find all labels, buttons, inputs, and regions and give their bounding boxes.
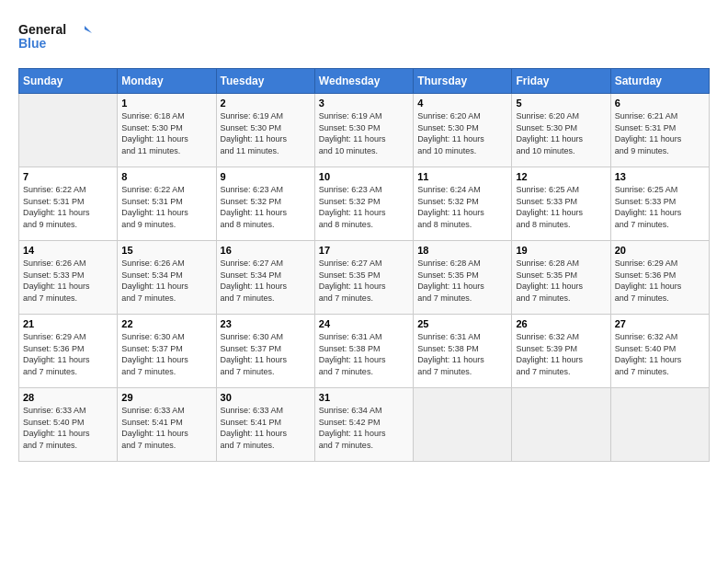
day-cell: 23Sunrise: 6:30 AM Sunset: 5:37 PM Dayli… (216, 315, 314, 388)
day-number: 11 (417, 171, 507, 182)
day-info: Sunrise: 6:33 AM Sunset: 5:41 PM Dayligh… (121, 405, 211, 451)
day-info: Sunrise: 6:26 AM Sunset: 5:33 PM Dayligh… (23, 258, 113, 304)
day-cell: 21Sunrise: 6:29 AM Sunset: 5:36 PM Dayli… (19, 315, 118, 388)
day-info: Sunrise: 6:25 AM Sunset: 5:33 PM Dayligh… (516, 184, 606, 230)
day-cell: 27Sunrise: 6:32 AM Sunset: 5:40 PM Dayli… (610, 315, 709, 388)
day-header-tuesday: Tuesday (216, 69, 314, 94)
day-number: 13 (615, 171, 705, 182)
logo: General Blue (18, 18, 92, 59)
day-info: Sunrise: 6:25 AM Sunset: 5:33 PM Dayligh… (615, 184, 705, 230)
svg-text:General: General (18, 22, 66, 37)
day-number: 24 (319, 318, 409, 329)
day-info: Sunrise: 6:19 AM Sunset: 5:30 PM Dayligh… (319, 110, 409, 156)
day-info: Sunrise: 6:23 AM Sunset: 5:32 PM Dayligh… (319, 184, 409, 230)
day-cell: 25Sunrise: 6:31 AM Sunset: 5:38 PM Dayli… (414, 315, 512, 388)
day-info: Sunrise: 6:22 AM Sunset: 5:31 PM Dayligh… (23, 184, 113, 230)
day-info: Sunrise: 6:20 AM Sunset: 5:30 PM Dayligh… (516, 110, 606, 156)
day-cell (512, 388, 610, 462)
calendar-header-row: SundayMondayTuesdayWednesdayThursdayFrid… (19, 69, 710, 94)
day-info: Sunrise: 6:31 AM Sunset: 5:38 PM Dayligh… (417, 331, 507, 377)
logo-container: General Blue (18, 18, 92, 59)
week-row-3: 14Sunrise: 6:26 AM Sunset: 5:33 PM Dayli… (19, 241, 710, 315)
page-header: General Blue (18, 18, 710, 59)
week-row-5: 28Sunrise: 6:33 AM Sunset: 5:40 PM Dayli… (19, 388, 710, 462)
day-cell: 7Sunrise: 6:22 AM Sunset: 5:31 PM Daylig… (19, 167, 118, 241)
day-number: 17 (319, 245, 409, 256)
day-info: Sunrise: 6:30 AM Sunset: 5:37 PM Dayligh… (221, 331, 311, 377)
day-cell: 14Sunrise: 6:26 AM Sunset: 5:33 PM Dayli… (19, 241, 118, 315)
week-row-2: 7Sunrise: 6:22 AM Sunset: 5:31 PM Daylig… (19, 167, 710, 241)
logo-svg: General Blue (18, 18, 92, 55)
day-header-thursday: Thursday (414, 69, 512, 94)
day-cell: 2Sunrise: 6:19 AM Sunset: 5:30 PM Daylig… (216, 94, 314, 167)
day-cell: 9Sunrise: 6:23 AM Sunset: 5:32 PM Daylig… (216, 167, 314, 241)
calendar-body: 1Sunrise: 6:18 AM Sunset: 5:30 PM Daylig… (19, 94, 710, 462)
day-number: 10 (319, 171, 409, 182)
day-header-monday: Monday (118, 69, 216, 94)
day-number: 20 (615, 245, 705, 256)
day-info: Sunrise: 6:31 AM Sunset: 5:38 PM Dayligh… (319, 331, 409, 377)
day-info: Sunrise: 6:19 AM Sunset: 5:30 PM Dayligh… (221, 110, 311, 156)
calendar-table: SundayMondayTuesdayWednesdayThursdayFrid… (18, 68, 710, 462)
day-cell: 10Sunrise: 6:23 AM Sunset: 5:32 PM Dayli… (314, 167, 413, 241)
day-info: Sunrise: 6:24 AM Sunset: 5:32 PM Dayligh… (417, 184, 507, 230)
day-cell: 1Sunrise: 6:18 AM Sunset: 5:30 PM Daylig… (118, 94, 216, 167)
day-number: 7 (23, 171, 113, 182)
day-cell: 19Sunrise: 6:28 AM Sunset: 5:35 PM Dayli… (512, 241, 610, 315)
day-info: Sunrise: 6:30 AM Sunset: 5:37 PM Dayligh… (121, 331, 211, 377)
day-cell: 31Sunrise: 6:34 AM Sunset: 5:42 PM Dayli… (314, 388, 413, 462)
day-number: 14 (23, 245, 113, 256)
day-info: Sunrise: 6:27 AM Sunset: 5:34 PM Dayligh… (221, 258, 311, 304)
day-cell: 16Sunrise: 6:27 AM Sunset: 5:34 PM Dayli… (216, 241, 314, 315)
day-number: 12 (516, 171, 606, 182)
day-cell (19, 94, 118, 167)
day-header-wednesday: Wednesday (314, 69, 413, 94)
day-cell: 24Sunrise: 6:31 AM Sunset: 5:38 PM Dayli… (314, 315, 413, 388)
day-cell: 29Sunrise: 6:33 AM Sunset: 5:41 PM Dayli… (118, 388, 216, 462)
day-header-friday: Friday (512, 69, 610, 94)
day-number: 26 (516, 318, 606, 329)
day-info: Sunrise: 6:33 AM Sunset: 5:41 PM Dayligh… (221, 405, 311, 451)
day-header-sunday: Sunday (19, 69, 118, 94)
day-info: Sunrise: 6:20 AM Sunset: 5:30 PM Dayligh… (417, 110, 507, 156)
day-info: Sunrise: 6:18 AM Sunset: 5:30 PM Dayligh… (121, 110, 211, 156)
day-number: 23 (221, 318, 311, 329)
day-cell: 17Sunrise: 6:27 AM Sunset: 5:35 PM Dayli… (314, 241, 413, 315)
day-number: 4 (417, 98, 507, 109)
day-info: Sunrise: 6:28 AM Sunset: 5:35 PM Dayligh… (417, 258, 507, 304)
day-number: 2 (221, 98, 311, 109)
day-cell (610, 388, 709, 462)
day-number: 18 (417, 245, 507, 256)
day-info: Sunrise: 6:26 AM Sunset: 5:34 PM Dayligh… (121, 258, 211, 304)
day-number: 30 (221, 392, 311, 403)
day-cell: 8Sunrise: 6:22 AM Sunset: 5:31 PM Daylig… (118, 167, 216, 241)
day-number: 9 (221, 171, 311, 182)
day-info: Sunrise: 6:28 AM Sunset: 5:35 PM Dayligh… (516, 258, 606, 304)
day-cell: 12Sunrise: 6:25 AM Sunset: 5:33 PM Dayli… (512, 167, 610, 241)
day-cell: 15Sunrise: 6:26 AM Sunset: 5:34 PM Dayli… (118, 241, 216, 315)
svg-marker-2 (85, 26, 92, 33)
day-info: Sunrise: 6:32 AM Sunset: 5:39 PM Dayligh… (516, 331, 606, 377)
day-number: 6 (615, 98, 705, 109)
day-info: Sunrise: 6:23 AM Sunset: 5:32 PM Dayligh… (221, 184, 311, 230)
day-info: Sunrise: 6:21 AM Sunset: 5:31 PM Dayligh… (615, 110, 705, 156)
day-number: 5 (516, 98, 606, 109)
day-number: 1 (121, 98, 211, 109)
day-cell: 5Sunrise: 6:20 AM Sunset: 5:30 PM Daylig… (512, 94, 610, 167)
day-info: Sunrise: 6:27 AM Sunset: 5:35 PM Dayligh… (319, 258, 409, 304)
day-info: Sunrise: 6:33 AM Sunset: 5:40 PM Dayligh… (23, 405, 113, 451)
day-number: 28 (23, 392, 113, 403)
day-cell (414, 388, 512, 462)
day-info: Sunrise: 6:32 AM Sunset: 5:40 PM Dayligh… (615, 331, 705, 377)
day-cell: 30Sunrise: 6:33 AM Sunset: 5:41 PM Dayli… (216, 388, 314, 462)
day-number: 15 (121, 245, 211, 256)
day-number: 3 (319, 98, 409, 109)
day-info: Sunrise: 6:29 AM Sunset: 5:36 PM Dayligh… (23, 331, 113, 377)
week-row-1: 1Sunrise: 6:18 AM Sunset: 5:30 PM Daylig… (19, 94, 710, 167)
day-number: 29 (121, 392, 211, 403)
day-cell: 26Sunrise: 6:32 AM Sunset: 5:39 PM Dayli… (512, 315, 610, 388)
week-row-4: 21Sunrise: 6:29 AM Sunset: 5:36 PM Dayli… (19, 315, 710, 388)
day-cell: 13Sunrise: 6:25 AM Sunset: 5:33 PM Dayli… (610, 167, 709, 241)
day-cell: 20Sunrise: 6:29 AM Sunset: 5:36 PM Dayli… (610, 241, 709, 315)
day-cell: 22Sunrise: 6:30 AM Sunset: 5:37 PM Dayli… (118, 315, 216, 388)
